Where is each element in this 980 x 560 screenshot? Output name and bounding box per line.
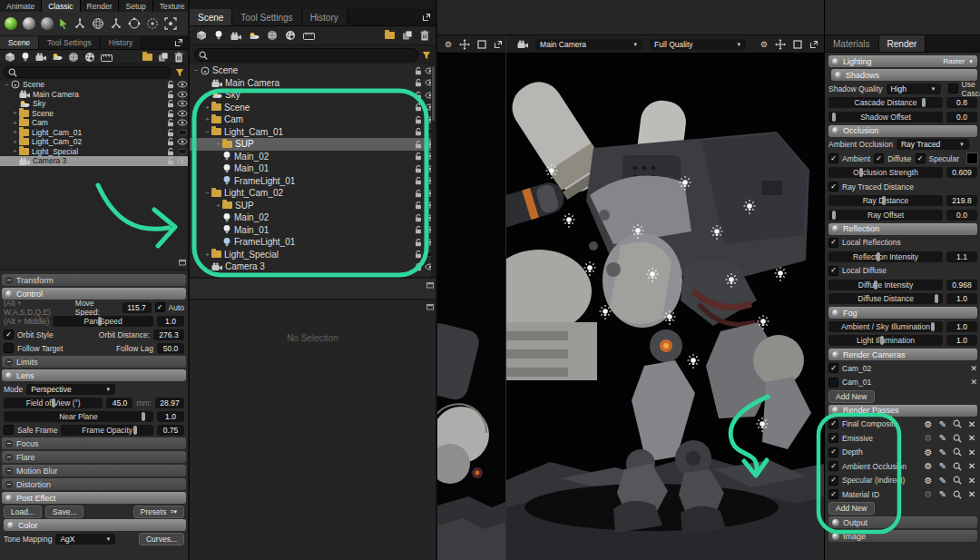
middle-tab-history[interactable]: History (302, 9, 348, 25)
flare-section-header[interactable]: Flare (2, 451, 186, 463)
shadow-offset-value[interactable]: 0.0 (946, 112, 977, 123)
slider-handle[interactable] (52, 398, 55, 408)
slider-handle[interactable] (832, 113, 836, 122)
tree-row-light_special[interactable]: +Light_Special (190, 249, 436, 261)
add-mesh-icon[interactable] (5, 52, 15, 63)
local-diffuse-checkbox[interactable]: ✓ (828, 266, 838, 276)
pen-icon[interactable]: ✎ (937, 461, 948, 471)
workspace-tab-setup[interactable]: Setup (119, 0, 152, 12)
slider-handle[interactable] (874, 280, 877, 290)
tree-expander[interactable]: + (203, 103, 211, 112)
lock-icon[interactable] (164, 90, 176, 99)
gear-icon[interactable]: ⚙ (760, 40, 768, 49)
remove-icon[interactable]: ✕ (970, 364, 977, 373)
eye-icon[interactable] (176, 119, 188, 126)
panel-window-icon[interactable] (426, 281, 434, 290)
scrollbar[interactable] (431, 64, 436, 277)
lock-icon[interactable] (412, 189, 424, 198)
gear-icon[interactable]: ⚙ (923, 461, 934, 471)
cam-02-checkbox[interactable]: ✓ (828, 363, 838, 373)
section-header-render-passes[interactable]: Render Passes (828, 405, 977, 417)
lock-icon[interactable] (412, 213, 424, 222)
depth-checkbox[interactable]: ✓ (828, 447, 838, 457)
panel-resize-icon[interactable] (179, 259, 186, 268)
remove-icon[interactable]: ✕ (970, 378, 977, 387)
lock-icon[interactable] (412, 91, 424, 100)
tree-expander[interactable]: + (203, 251, 211, 259)
tree-row-sup[interactable]: +SUP (190, 200, 436, 212)
occlusion-strength-slider[interactable]: Occlusion Strength (828, 167, 943, 178)
lock-icon[interactable] (412, 152, 424, 161)
remove-icon[interactable]: ✕ (966, 476, 977, 486)
gear-icon[interactable]: ⚙ (923, 476, 934, 486)
trash-icon[interactable] (174, 52, 183, 63)
specular-checkbox[interactable]: ✓ (916, 153, 926, 163)
save-button[interactable]: Save... (45, 506, 83, 518)
magnifier-icon[interactable] (952, 462, 963, 471)
trash-icon[interactable] (420, 30, 429, 41)
tree-expander[interactable]: + (214, 140, 222, 148)
tree-row-camera-3[interactable]: Camera 3 (190, 260, 436, 273)
eye-icon[interactable] (176, 100, 188, 107)
folder-icon[interactable] (385, 32, 395, 39)
shading-sphere-full-icon[interactable] (5, 17, 17, 30)
lock-icon[interactable] (412, 140, 424, 149)
popout-icon[interactable] (809, 40, 818, 49)
add-camera-icon[interactable] (230, 32, 241, 40)
tree-row-main_01[interactable]: Main_01 (190, 162, 436, 175)
slider-handle[interactable] (922, 98, 926, 107)
gear-icon[interactable]: ⚙ (923, 419, 934, 429)
orbit-style-checkbox[interactable]: ✓ (4, 329, 14, 339)
eye-icon[interactable] (176, 129, 188, 136)
gear-icon[interactable]: ⚙ (923, 433, 934, 443)
eye-icon[interactable] (176, 81, 188, 88)
pivot-tool-icon[interactable] (146, 17, 159, 30)
middle-tab-tool-settings[interactable]: Tool Settings (232, 9, 301, 25)
magnifier-icon[interactable] (952, 476, 963, 485)
tree-row-sup[interactable]: +SUP (190, 138, 436, 151)
remove-icon[interactable]: ✕ (966, 489, 977, 499)
near-plane-slider[interactable]: Near Plane (4, 411, 153, 422)
tree-row-light_special[interactable]: +Light_Special (0, 147, 188, 157)
quality-dropdown[interactable]: Full Quality ▼ (650, 39, 746, 50)
diffuse-distance-slider[interactable]: Diffuse Distance (828, 293, 943, 304)
tree-expander[interactable]: + (11, 128, 19, 136)
limits-section-header[interactable]: Limits (2, 356, 186, 368)
add-sphere-icon[interactable] (68, 52, 79, 63)
add-material-icon[interactable] (84, 52, 95, 63)
lock-icon[interactable] (412, 250, 424, 259)
curves-button[interactable]: Curves... (139, 533, 184, 545)
tree-expander[interactable]: + (11, 109, 19, 117)
lens-section-header[interactable]: Lens (2, 369, 186, 381)
follow-target-checkbox[interactable] (4, 343, 14, 353)
add-material-icon[interactable] (285, 30, 296, 41)
add-new-button[interactable]: Add New (828, 390, 875, 403)
ray-traced-distance-checkbox[interactable]: ✓ (828, 182, 838, 192)
shadow-quality-dropdown[interactable]: High▼ (887, 84, 941, 94)
lock-icon[interactable] (412, 176, 424, 185)
remove-icon[interactable]: ✕ (966, 433, 977, 443)
tree-expander[interactable]: − (203, 189, 211, 197)
slider-handle[interactable] (832, 211, 836, 220)
lock-icon[interactable] (412, 78, 424, 87)
tree-expander[interactable]: − (203, 128, 211, 136)
main-viewport[interactable] (506, 54, 824, 560)
ambient-occlusion-dropdown[interactable]: Ray Traced▼ (897, 139, 969, 150)
diffuse-intensity-slider[interactable]: Diffuse Intensity (828, 280, 943, 290)
add-sky-icon[interactable] (52, 53, 63, 61)
renderer-mode-value[interactable]: Raster (943, 57, 965, 65)
maximize-icon[interactable] (477, 40, 486, 49)
left-tab-scene[interactable]: Scene (0, 36, 39, 49)
lock-icon[interactable] (412, 262, 424, 271)
filter-icon[interactable] (422, 51, 431, 60)
section-header-render-cameras[interactable]: Render Cameras (828, 349, 977, 360)
duplicate-icon[interactable] (402, 30, 413, 41)
tree-row-scene[interactable]: −Scene (0, 80, 188, 90)
collapsed-properties-bar[interactable] (190, 277, 436, 300)
slider-handle[interactable] (880, 336, 884, 345)
tree-row-light_cam_02[interactable]: −Light_Cam_02 (190, 187, 436, 200)
add-new-button[interactable]: Add New (828, 502, 875, 515)
occlusion-strength-value[interactable]: 0.609 (946, 167, 977, 178)
duplicate-icon[interactable] (158, 52, 169, 63)
slider-handle[interactable] (98, 317, 102, 326)
